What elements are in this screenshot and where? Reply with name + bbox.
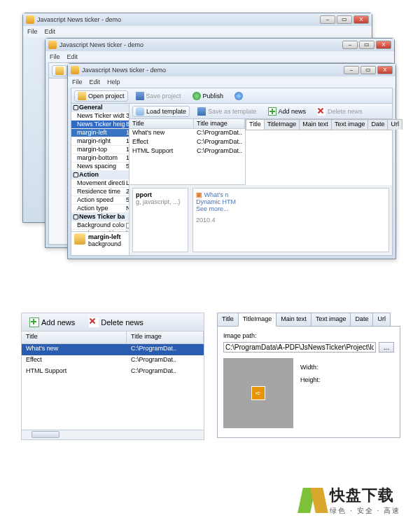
col-title[interactable]: Title <box>22 331 127 343</box>
tab-main-text[interactable]: Main text <box>276 313 312 327</box>
list-item[interactable]: HTML SupportC:\ProgramDat.. <box>130 147 245 156</box>
tab-date[interactable]: Date <box>350 313 373 327</box>
list-item[interactable]: What's newC:\ProgramDat.. <box>130 129 245 138</box>
bottom-detail-panel: TitleTitleImageMain textText imageDateUr… <box>217 313 400 438</box>
tab-title[interactable]: Title <box>217 313 239 327</box>
scrollbar-thumb[interactable] <box>31 431 59 438</box>
delete-news-button[interactable]: Delete news <box>85 316 147 329</box>
load-template-button[interactable]: Load template <box>132 106 190 117</box>
close-button[interactable]: X <box>376 41 391 49</box>
titlebar[interactable]: Javascript News ticker - demo – ▭ X <box>23 13 372 26</box>
col-image[interactable]: Title image <box>194 119 245 128</box>
preview-right: ▣ What's n Dynamic HTM See more... 2010.… <box>192 188 389 252</box>
help-icon <box>234 92 243 100</box>
menu-edit[interactable]: Edit <box>90 78 101 85</box>
tab-title[interactable]: Title <box>246 119 265 130</box>
property-row[interactable]: News spacing5 <box>71 163 129 171</box>
window-title: Javascript News ticker - demo <box>82 67 344 74</box>
property-grid[interactable]: ▢GeneralNews Ticker width300News Ticker … <box>71 104 130 255</box>
list-item[interactable]: What's newC:\ProgramDat.. <box>22 344 204 355</box>
add-news-button[interactable]: Add news <box>265 106 310 117</box>
brand-tagline: 绿色 · 安全 · 高速 <box>330 506 400 516</box>
image-path-input[interactable] <box>223 342 376 353</box>
news-list[interactable]: Title Title image What's newC:\ProgramDa… <box>130 119 245 185</box>
list-item[interactable]: EffectC:\ProgramDat.. <box>22 355 204 367</box>
app-icon <box>26 15 34 24</box>
property-group[interactable]: ▢Action <box>71 171 129 179</box>
property-row[interactable]: margin-left1 <box>71 129 129 137</box>
property-row[interactable]: margin-right1 <box>71 137 129 146</box>
property-row[interactable]: margin-bottom1 <box>71 154 129 163</box>
width-label: Width: <box>300 364 321 371</box>
detail-tabs: TitleTitleImageMain textText imageDateUr… <box>246 119 392 130</box>
detail-panel <box>246 130 392 185</box>
add-news-button[interactable]: Add news <box>26 316 78 329</box>
plus-icon <box>268 107 276 116</box>
logo-icon <box>300 488 326 513</box>
bottom-news-list[interactable]: Title Title image What's newC:\ProgramDa… <box>22 331 204 430</box>
delete-news-button[interactable]: Delete news <box>314 106 366 117</box>
tab-titleimage[interactable]: TitleImage <box>264 119 300 130</box>
tab-text-image[interactable]: Text image <box>331 119 369 130</box>
tab-url[interactable]: Url <box>372 313 391 327</box>
tab-date[interactable]: Date <box>368 119 388 130</box>
menu-file[interactable]: File <box>27 28 38 35</box>
property-row[interactable]: margin-top1 <box>71 146 129 154</box>
property-row[interactable]: Residence time2000 <box>71 188 129 196</box>
publish-button[interactable]: Publish <box>189 90 227 102</box>
image-thumbnail: ➪ <box>223 358 293 428</box>
property-help-text: background <box>88 240 121 247</box>
property-row[interactable]: News Ticker height85 <box>71 121 129 129</box>
menu-edit[interactable]: Edit <box>67 53 78 60</box>
help-button[interactable] <box>231 90 246 102</box>
open-project-button[interactable] <box>52 65 67 76</box>
delete-icon <box>89 317 99 327</box>
horizontal-scrollbar[interactable] <box>22 430 204 439</box>
maximize-button[interactable]: ▭ <box>337 15 352 24</box>
tab-url[interactable]: Url <box>387 119 402 130</box>
property-help-title: margin-left <box>88 233 121 240</box>
rss-icon: ▣ <box>196 191 202 198</box>
property-row[interactable]: Action typeNormal <box>71 205 129 213</box>
bottom-toolbar: Add news Delete news <box>22 313 204 331</box>
close-button[interactable]: X <box>377 66 393 74</box>
tab-text-image[interactable]: Text image <box>311 313 351 327</box>
template-icon <box>136 107 144 116</box>
minimize-button[interactable]: – <box>342 41 358 49</box>
list-item[interactable]: EffectC:\ProgramDat.. <box>130 138 245 147</box>
minimize-button[interactable]: – <box>344 66 359 74</box>
menu-help[interactable]: Help <box>107 78 120 85</box>
menu-file[interactable]: File <box>50 53 60 60</box>
menubar: File Edit <box>23 26 372 37</box>
list-item[interactable]: HTML SupportC:\ProgramDat.. <box>22 367 204 378</box>
menu-edit[interactable]: Edit <box>45 28 56 35</box>
titlebar[interactable]: Javascript News ticker - demo – ▭ X <box>68 64 396 76</box>
tab-main-text[interactable]: Main text <box>299 119 332 130</box>
maximize-button[interactable]: ▭ <box>359 41 374 49</box>
property-group[interactable]: ▢General <box>71 104 129 112</box>
property-group[interactable]: ▢News Ticker background <box>71 213 129 221</box>
browse-button[interactable]: ... <box>379 342 394 353</box>
toolbar-secondary: Load template Save as template Add news … <box>130 104 392 119</box>
col-image[interactable]: Title image <box>127 331 204 343</box>
image-path-label: Image path: <box>223 332 394 339</box>
property-row[interactable]: Action speed5 <box>71 196 129 205</box>
col-title[interactable]: Title <box>130 119 194 128</box>
open-project-button[interactable]: Open project <box>74 90 128 102</box>
save-project-button[interactable]: Save project <box>132 90 185 102</box>
app-icon <box>71 66 79 74</box>
property-row[interactable]: Background color#FFFFFF <box>71 221 129 230</box>
close-button[interactable]: X <box>354 15 369 24</box>
window-title: Javascript News ticker - demo <box>37 16 320 23</box>
property-row[interactable]: News Ticker width300 <box>71 112 129 121</box>
menubar: File Edit <box>46 51 394 62</box>
menu-file[interactable]: File <box>72 78 83 85</box>
property-help: margin-left background <box>71 231 129 255</box>
tab-titleimage[interactable]: TitleImage <box>238 313 277 327</box>
save-template-button[interactable]: Save as template <box>194 106 260 117</box>
maximize-button[interactable]: ▭ <box>360 66 376 74</box>
property-row[interactable]: Movement directionLeft <box>71 179 129 188</box>
minimize-button[interactable]: – <box>320 15 335 24</box>
titlebar[interactable]: Javascript News ticker - demo – ▭ X <box>46 39 394 51</box>
arrow-icon: ➪ <box>251 386 265 400</box>
